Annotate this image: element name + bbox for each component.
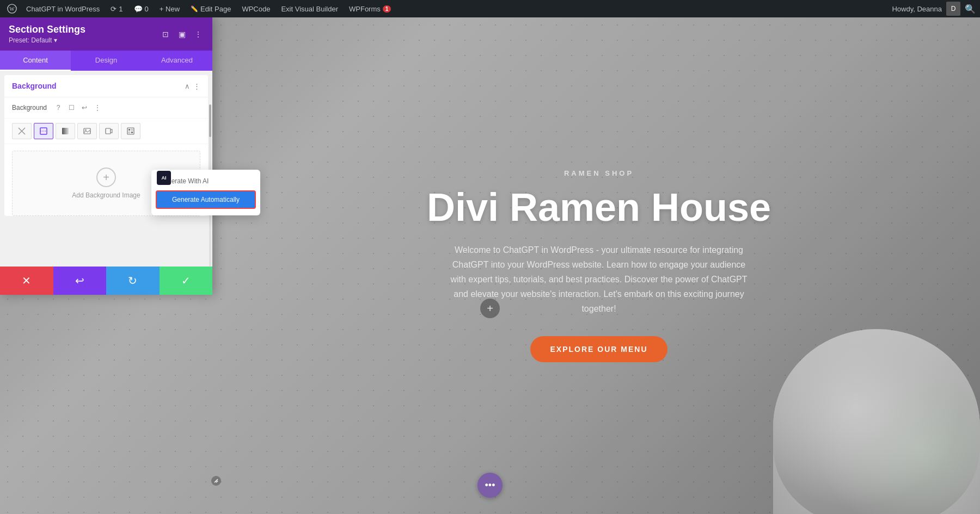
cancel-button[interactable]: ✕: [0, 267, 53, 295]
new-button[interactable]: + New: [155, 0, 184, 17]
direction-icon[interactable]: ↩: [79, 103, 89, 113]
fab-menu-button[interactable]: •••: [477, 473, 503, 498]
panel-title-area: Section Settings Preset: Default ▾: [9, 24, 85, 44]
panel-tabs: Content Design Advanced: [0, 51, 212, 71]
search-icon[interactable]: 🔍: [965, 4, 976, 14]
svg-rect-7: [84, 128, 90, 134]
user-avatar[interactable]: D: [946, 2, 960, 16]
admin-bar: W ChatGPT in WordPress ⟳ 1 💬 0 + New ✏️ …: [0, 0, 980, 17]
collapse-icon[interactable]: ∧: [185, 82, 190, 90]
bg-type-none[interactable]: [12, 123, 32, 139]
tab-content[interactable]: Content: [0, 51, 71, 71]
user-label[interactable]: Howdy, Deanna: [892, 5, 942, 13]
add-image-plus-icon: +: [96, 168, 116, 187]
background-type-tabs: [4, 119, 208, 144]
background-control-row: Background ? ☐ ↩ ⋮: [4, 97, 208, 119]
generate-automatically-button[interactable]: Generate Automatically: [156, 190, 256, 209]
redo-button[interactable]: ↻: [106, 267, 160, 295]
svg-rect-11: [128, 129, 130, 131]
admin-bar-left: W ChatGPT in WordPress ⟳ 1 💬 0 + New ✏️ …: [4, 0, 892, 17]
bg-type-gradient[interactable]: [56, 123, 75, 139]
background-control-icons: ? ☐ ↩ ⋮: [53, 103, 102, 113]
panel-header: Section Settings Preset: Default ▾ ⊡ ▣ ⋮: [0, 17, 212, 51]
hero-title: Divi Ramen House: [427, 186, 771, 229]
svg-point-8: [85, 129, 86, 131]
panel-header-icons: ⊡ ▣ ⋮: [160, 29, 204, 40]
exit-builder-button[interactable]: Exit Visual Builder: [277, 0, 342, 17]
scrollbar-thumb[interactable]: [209, 104, 211, 137]
svg-rect-13: [128, 132, 130, 133]
add-row-button[interactable]: +: [480, 299, 500, 318]
panel-title: Section Settings: [9, 24, 85, 35]
page-wrapper: RAMEN SHOP Divi Ramen House Welcome to C…: [0, 17, 980, 514]
wpcode-button[interactable]: WPCode: [237, 0, 274, 17]
wp-logo-icon[interactable]: W: [4, 1, 20, 16]
svg-text:W: W: [9, 6, 15, 12]
svg-rect-6: [62, 128, 69, 134]
background-section-header: Background ∧ ⋮: [4, 75, 208, 97]
layout-icon[interactable]: ▣: [176, 29, 187, 40]
svg-rect-14: [131, 132, 133, 133]
settings-panel: Section Settings Preset: Default ▾ ⊡ ▣ ⋮…: [0, 17, 212, 295]
tab-advanced[interactable]: Advanced: [142, 51, 212, 71]
more-options-icon[interactable]: ⋮: [193, 29, 204, 40]
bg-type-color[interactable]: [34, 123, 53, 139]
undo-button[interactable]: ↩: [53, 267, 107, 295]
wpforms-button[interactable]: WPForms 1: [345, 0, 395, 17]
explore-menu-button[interactable]: EXPLORE OUR MENU: [530, 336, 667, 362]
update-count[interactable]: ⟳ 1: [106, 0, 127, 17]
edit-page-button[interactable]: ✏️ Edit Page: [186, 0, 235, 17]
panel-preset[interactable]: Preset: Default ▾: [9, 36, 85, 44]
tab-design[interactable]: Design: [71, 51, 142, 71]
admin-bar-right: Howdy, Deanna D 🔍: [892, 2, 976, 16]
bg-type-mask[interactable]: [121, 123, 140, 139]
ai-badge: AI: [157, 171, 171, 185]
hero-content: RAMEN SHOP Divi Ramen House Welcome to C…: [218, 17, 980, 514]
device-icon[interactable]: ☐: [66, 103, 76, 113]
background-section-title: Background: [12, 82, 57, 90]
svg-rect-9: [106, 128, 111, 134]
svg-rect-12: [131, 129, 133, 131]
section-more-icon[interactable]: ⋮: [193, 82, 200, 90]
comment-count[interactable]: 💬 0: [130, 0, 153, 17]
site-name[interactable]: ChatGPT in WordPress: [22, 0, 104, 17]
hero-subtitle: RAMEN SHOP: [564, 169, 634, 177]
bottom-action-bar: ✕ ↩ ↻ ✓: [0, 267, 212, 295]
background-label: Background: [12, 104, 47, 112]
bg-image-add-content: + Add Background Image: [72, 168, 140, 199]
save-button[interactable]: ✓: [160, 267, 213, 295]
resize-handle[interactable]: [211, 476, 221, 486]
bg-type-video[interactable]: [99, 123, 119, 139]
bg-type-image[interactable]: [77, 123, 97, 139]
fullscreen-icon[interactable]: ⊡: [160, 29, 171, 40]
help-icon[interactable]: ?: [53, 103, 63, 113]
add-background-image-label: Add Background Image: [72, 191, 140, 199]
background-section-icons: ∧ ⋮: [185, 82, 200, 90]
control-more-icon[interactable]: ⋮: [93, 103, 102, 113]
